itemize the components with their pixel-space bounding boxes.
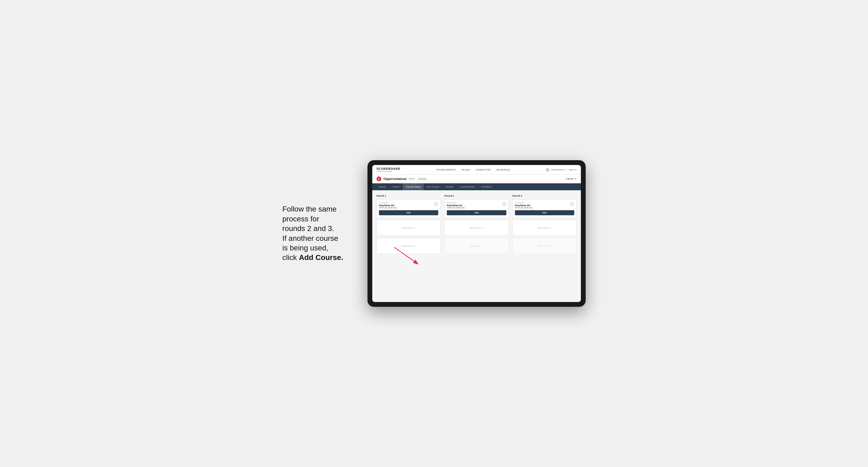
round-2-add-course-label: Add Course + [470,226,484,229]
round-1-course-label: (Course A) [379,202,397,204]
cancel-label: Cancel [566,178,574,180]
round-1-column: Round 1 (Course A) Peachtree GC Yellow (… [376,194,441,256]
nav-tournaments[interactable]: TOURNAMENTS [436,168,456,171]
top-nav: SCOREBOARD Powered by clippd TOURNAMENTS… [372,165,581,175]
nav-rankings[interactable]: RANKINGS [497,168,510,171]
logo-title: SCOREBOARD [376,167,400,170]
top-nav-right: blair@clippd.io | Sign out [546,168,577,172]
round-1-edit-button[interactable]: Edit [379,210,438,215]
page-wrapper: Follow the sameprocess forrounds 2 and 3… [248,160,620,307]
round-3-course-label: (Course A) [515,202,533,204]
round-1-add-course-card-2[interactable]: Add Course + [376,238,441,254]
round-3-add-course-card[interactable]: Add Course + [513,220,577,236]
instruction-text: Follow the sameprocess forrounds 2 and 3… [282,205,357,262]
tab-tee-groups[interactable]: Tee Groups [424,183,442,190]
hosting-badge: Hosting [417,177,427,181]
round-1-course-tee: Yellow (M) (6629 yds) [379,207,397,209]
round-3-edit-button[interactable]: Edit [515,210,574,215]
round-3-title: Round 3 [513,194,577,197]
instruction-bold: Add Course. [299,253,343,261]
round-3-course-tee: Yellow (M) (6629 yds) [515,207,533,209]
logo-sub: Powered by clippd [376,170,400,172]
round-3-course-info: (Course A) Peachtree GC Yellow (M) (6629… [515,202,533,209]
round-1-add-plus: + [414,226,416,229]
round-1-add-course-label-2: Add Course + [402,244,416,247]
round-2-add-plus-2: + [482,244,484,247]
round-3-add-plus-2: + [550,244,551,247]
round-2-title: Round 2 [444,194,508,197]
round-3-add-course-label-2: Add Course + [537,244,552,247]
round-3-course-card: (Course A) Peachtree GC Yellow (M) (6629… [513,199,577,218]
round-2-course-card-header: (Course A) Peachtree GC Yellow (M) (6629… [447,202,506,209]
content-area: Round 1 (Course A) Peachtree GC Yellow (… [372,190,581,302]
tournament-suffix: (Men) [409,178,415,180]
cancel-button[interactable]: Cancel ✕ [566,178,577,180]
round-3-course-name: Peachtree GC [515,204,533,207]
top-nav-links: TOURNAMENTS TEAMS COMMITTEE RANKINGS [436,168,510,171]
nav-teams[interactable]: TEAMS [461,168,470,171]
round-1-course-name: Peachtree GC [379,204,397,207]
sub-header-left: C Clippd Invitational (Men) Hosting [376,177,427,181]
round-2-course-tee: Yellow (M) (6629 yds) [447,207,465,209]
round-2-add-course-card-2[interactable]: Add Course + [444,238,508,254]
tab-results[interactable]: Results [442,183,457,190]
round-3-delete-button[interactable]: ⊘ [570,202,574,206]
sign-out-link[interactable]: Sign out [569,168,577,171]
tablet-screen: SCOREBOARD Powered by clippd TOURNAMENTS… [372,165,581,302]
round-3-add-course-label: Add Course + [537,226,552,229]
round-2-column: Round 2 (Course A) Peachtree GC Yellow (… [444,194,508,256]
round-2-course-label: (Course A) [447,202,465,204]
tab-bar: Details Teams Course Setup Tee Groups Re… [372,183,581,190]
tablet-frame: SCOREBOARD Powered by clippd TOURNAMENTS… [368,160,586,307]
round-2-delete-button[interactable]: ⊘ [502,202,506,206]
round-2-course-card: (Course A) Peachtree GC Yellow (M) (6629… [444,199,508,218]
round-2-add-plus: + [482,226,484,229]
round-3-course-card-header: (Course A) Peachtree GC Yellow (M) (6629… [515,202,574,209]
round-2-add-course-card[interactable]: Add Course + [444,220,508,236]
round-1-title: Round 1 [376,194,441,197]
round-2-course-info: (Course A) Peachtree GC Yellow (M) (6629… [447,202,465,209]
round-1-delete-button[interactable]: ⊘ [434,202,438,206]
tab-teams[interactable]: Teams [389,183,403,190]
round-3-add-plus: + [550,226,551,229]
tab-leaderboards[interactable]: Leaderboards [457,183,478,190]
round-1-add-plus-2: + [414,244,416,247]
round-1-add-course-label: Add Course + [402,226,416,229]
round-3-column: Round 3 (Course A) Peachtree GC Yellow (… [513,194,577,256]
tab-details[interactable]: Details [375,183,389,190]
brand-icon: C [376,177,381,181]
scoreboard-logo: SCOREBOARD Powered by clippd [376,167,400,172]
sub-header: C Clippd Invitational (Men) Hosting Canc… [372,175,581,183]
user-email: blair@clippd.io [551,168,565,171]
rounds-grid: Round 1 (Course A) Peachtree GC Yellow (… [376,194,577,256]
round-1-course-card-header: (Course A) Peachtree GC Yellow (M) (6629… [379,202,438,209]
round-1-course-card: (Course A) Peachtree GC Yellow (M) (6629… [376,199,441,218]
round-2-add-course-label-2: Add Course + [470,244,484,247]
round-2-edit-button[interactable]: Edit [447,210,506,215]
tab-course-setup[interactable]: Course Setup [403,183,424,190]
user-avatar [546,168,550,172]
round-1-add-course-card[interactable]: Add Course + [376,220,441,236]
round-3-add-course-card-2[interactable]: Add Course + [513,238,577,254]
cancel-icon: ✕ [575,178,577,180]
nav-committee[interactable]: COMMITTEE [475,168,491,171]
tab-printables[interactable]: Printables [478,183,495,190]
round-1-course-info: (Course A) Peachtree GC Yellow (M) (6629… [379,202,397,209]
round-2-course-name: Peachtree GC [447,204,465,207]
tournament-name: Clippd Invitational [383,178,407,180]
